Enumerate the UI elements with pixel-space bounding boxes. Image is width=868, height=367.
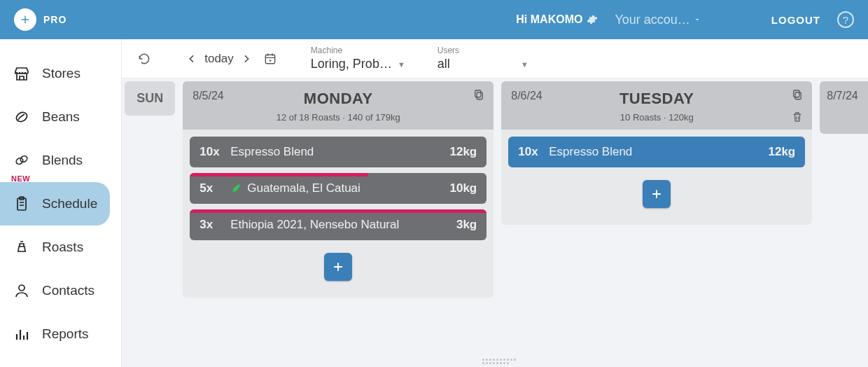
roast-qty: 10x	[518, 145, 539, 159]
svg-rect-8	[477, 92, 482, 99]
chevron-right-icon[interactable]	[238, 50, 255, 67]
sidebar-item-reports[interactable]: Reports	[0, 312, 121, 356]
roast-card[interactable]: 10x Espresso Blend 12kg	[190, 137, 486, 167]
sidebar-item-stores[interactable]: Stores	[0, 52, 121, 95]
day-title: MONDAY	[191, 90, 485, 108]
day-header: 8/6/24 TUESDAY 10 Roasts · 120kg	[501, 81, 812, 130]
account-dropdown[interactable]: Your accou…	[615, 13, 701, 27]
sidebar-item-label: Blends	[42, 153, 83, 168]
roaster-icon	[13, 238, 31, 256]
day-date: 8/6/24	[511, 90, 542, 102]
trash-icon[interactable]	[791, 111, 804, 123]
account-label: Your accou…	[615, 13, 690, 27]
svg-point-2	[20, 155, 29, 163]
roast-name: Guatemala, El Catuai	[247, 181, 442, 195]
day-header: 8/5/24 MONDAY 12 of 18 Roasts · 140 of 1…	[183, 81, 493, 130]
copy-icon[interactable]	[472, 88, 485, 101]
topbar: PRO Hi MAKOMO Your accou… LOGOUT ?	[0, 0, 868, 39]
svg-rect-6	[265, 55, 274, 64]
store-icon	[13, 64, 31, 83]
today-button[interactable]: today	[203, 52, 235, 66]
roast-weight: 3kg	[456, 218, 477, 232]
roast-name: Espresso Blend	[549, 145, 761, 159]
filter-label: Machine	[311, 46, 405, 55]
roast-card[interactable]: 5x Guatemala, El Catuai 10kg	[190, 173, 486, 204]
new-badge: NEW	[11, 174, 30, 183]
help-icon[interactable]: ?	[837, 11, 854, 28]
filter-value: Loring, Prob…	[311, 57, 392, 71]
logo-badge	[14, 8, 36, 31]
sidebar-item-label: Schedule	[42, 196, 97, 212]
gear-icon[interactable]	[587, 14, 598, 25]
svg-point-5	[19, 285, 24, 291]
day-column-tue: 8/6/24 TUESDAY 10 Roasts · 120kg 10x Esp…	[501, 81, 812, 225]
add-roast-button[interactable]	[324, 253, 352, 281]
sidebar-item-label: Reports	[42, 326, 89, 342]
plus-icon	[331, 260, 345, 274]
sidebar-item-label: Beans	[42, 109, 80, 125]
bars-icon	[13, 325, 31, 343]
add-roast-button[interactable]	[643, 180, 671, 208]
svg-point-1	[15, 157, 24, 165]
sidebar-item-label: Contacts	[42, 283, 94, 298]
users-filter[interactable]: Users all ▼	[438, 46, 528, 71]
clipboard-icon	[13, 195, 31, 213]
chevron-left-icon[interactable]	[183, 50, 200, 67]
sidebar: Stores Beans Blends NEW Schedule R	[0, 39, 122, 367]
svg-rect-9	[475, 90, 481, 97]
roast-weight: 12kg	[449, 145, 477, 159]
refresh-icon[interactable]	[136, 50, 153, 67]
logout-button[interactable]: LOGOUT	[771, 14, 820, 26]
brand-label: PRO	[43, 14, 66, 25]
day-column-sun[interactable]: SUN	[125, 81, 175, 116]
calendar-icon[interactable]	[262, 50, 279, 67]
svg-point-7	[270, 60, 272, 62]
roast-qty: 3x	[200, 218, 220, 232]
roast-qty: 5x	[200, 181, 220, 195]
plus-icon	[650, 187, 664, 201]
roast-name: Espresso Blend	[230, 145, 442, 159]
filter-value: all	[438, 57, 450, 71]
day-date: 8/5/24	[192, 90, 223, 102]
plus-icon	[19, 13, 31, 26]
sidebar-item-roasts[interactable]: Roasts	[0, 226, 121, 269]
days-strip: SUN 8/5/24 MONDAY 12 of 18 Roasts · 140 …	[122, 78, 868, 367]
svg-rect-10	[795, 92, 801, 99]
main: today Machine Loring, Prob… ▼ Users all	[122, 39, 868, 367]
greeting-text: Hi MAKOMO	[516, 13, 582, 26]
day-body: 10x Espresso Blend 12kg 5x Guatemala, El…	[183, 130, 493, 298]
bean-icon	[13, 108, 31, 126]
roast-qty: 10x	[200, 145, 220, 159]
blend-icon	[13, 151, 31, 169]
roast-weight: 10kg	[449, 181, 477, 195]
day-title: SUN	[136, 91, 163, 105]
day-body: 10x Espresso Blend 12kg	[501, 130, 812, 225]
svg-rect-11	[794, 90, 799, 97]
day-date: 8/7/24	[827, 90, 858, 102]
leaf-icon	[230, 183, 241, 194]
sidebar-item-schedule[interactable]: NEW Schedule	[0, 182, 110, 226]
roast-name: Ethiopia 2021, Nensebo Natural	[230, 218, 449, 232]
sidebar-item-beans[interactable]: Beans	[0, 95, 121, 139]
day-column-wed[interactable]: 8/7/24	[820, 81, 868, 134]
greeting: Hi MAKOMO	[516, 13, 598, 26]
drag-handle-icon[interactable]	[482, 359, 517, 364]
caret-down-icon: ▼	[521, 60, 528, 69]
day-subtitle: 12 of 18 Roasts · 140 of 179kg	[191, 112, 485, 123]
date-nav: today	[183, 50, 279, 67]
svg-point-0	[15, 111, 29, 123]
copy-icon[interactable]	[791, 88, 804, 101]
filter-label: Users	[438, 46, 528, 55]
day-subtitle: 10 Roasts · 120kg	[510, 112, 804, 123]
day-title: TUESDAY	[510, 90, 804, 108]
person-icon	[13, 282, 31, 300]
sidebar-item-contacts[interactable]: Contacts	[0, 269, 121, 312]
sidebar-item-label: Roasts	[42, 240, 83, 255]
caret-down-icon: ▼	[398, 60, 405, 69]
roast-card[interactable]: 10x Espresso Blend 12kg	[508, 137, 805, 167]
roast-weight: 12kg	[768, 145, 795, 159]
machine-filter[interactable]: Machine Loring, Prob… ▼	[311, 46, 405, 71]
day-header: 8/7/24	[820, 81, 868, 134]
roast-card[interactable]: 3x Ethiopia 2021, Nensebo Natural 3kg	[190, 209, 486, 240]
sidebar-item-label: Stores	[42, 66, 80, 81]
